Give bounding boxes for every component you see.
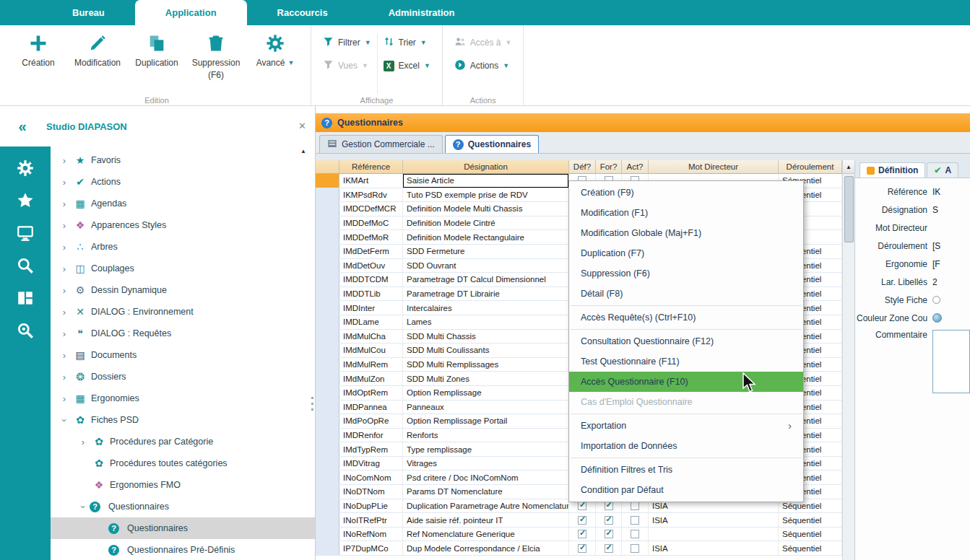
tree-item-apparences-styles[interactable]: ›❖Apparences Styles	[51, 214, 315, 236]
menu-item-detail-f8[interactable]: Détail (F8)	[569, 284, 803, 304]
menu-item-modification-f1[interactable]: Modification (F1)	[569, 203, 803, 223]
tree-item-dialog-environnement[interactable]: ›✕DIALOG : Environnement	[51, 301, 315, 323]
style-fiche-radio[interactable]	[932, 296, 940, 304]
tab-questionnaires[interactable]: ? Questionnaires	[445, 135, 539, 153]
layout-icon[interactable]	[15, 288, 35, 308]
chevron-collapsed-icon[interactable]: ›	[58, 242, 71, 253]
chevron-expanded-icon[interactable]: ›	[78, 500, 89, 513]
chevron-collapsed-icon[interactable]: ›	[77, 437, 90, 447]
tree-item-actions[interactable]: ›✔Actions	[51, 171, 315, 193]
menu-item-condition-par-defaut[interactable]: Condition par Défaut	[569, 480, 803, 500]
header-mot-directeur[interactable]: Mot Directeur	[649, 160, 779, 173]
chevron-collapsed-icon[interactable]: ›	[58, 198, 71, 209]
menu-item-importation-de-donnees[interactable]: Importation de Données	[569, 436, 803, 456]
search-icon[interactable]	[15, 255, 35, 276]
tree-item-agendas[interactable]: ›▦Agendas	[51, 193, 315, 214]
menu-item-definition-filtres-et-tris[interactable]: Définition Filtres et Tris	[569, 460, 803, 480]
menu-tab-administration[interactable]: Administration	[358, 0, 485, 25]
tree-item-questionnaires[interactable]: ?Questionnaires	[51, 517, 315, 539]
menu-item-creation-f9[interactable]: Création (F9)	[569, 183, 803, 203]
duplication-button[interactable]: Duplication	[127, 28, 186, 94]
field-value-reference[interactable]: IK	[932, 187, 940, 197]
tree-scroll-up-icon[interactable]: ▲	[300, 148, 306, 154]
chevron-collapsed-icon[interactable]: ›	[58, 285, 71, 296]
table-row[interactable]: IP7DupMCoDup Modele Correspondance / Elc…	[316, 541, 842, 556]
settings-icon[interactable]	[15, 158, 35, 178]
tree-item-ergonomies[interactable]: ›▦Ergonomies	[51, 388, 315, 409]
field-value-designation[interactable]: S	[932, 205, 938, 215]
chevron-collapsed-icon[interactable]: ›	[58, 328, 71, 339]
field-value-deroulement[interactable]: [S	[932, 241, 940, 251]
tree-item-fiches-psd[interactable]: ›✿Fiches PSD	[51, 409, 315, 431]
chevron-collapsed-icon[interactable]: ›	[58, 350, 71, 361]
checkbox[interactable]	[631, 530, 639, 538]
scroll-up-icon[interactable]: ▲	[843, 160, 855, 174]
excel-button[interactable]: X Excel ▼	[384, 57, 430, 74]
tree-item-dossiers[interactable]: ›❂Dossiers	[51, 366, 315, 388]
tab-secondary[interactable]: ✔ A	[927, 162, 958, 178]
checkbox[interactable]	[578, 516, 586, 525]
actions-button[interactable]: Actions ▼	[454, 57, 512, 74]
checkbox[interactable]	[578, 530, 586, 538]
color-picker-icon[interactable]	[932, 313, 942, 323]
menu-item-suppression-f6[interactable]: Suppression (F6)	[569, 263, 803, 284]
tree-item-questionnaires[interactable]: ›?Questionnaires	[51, 496, 315, 517]
chevron-collapsed-icon[interactable]: ›	[58, 372, 71, 382]
creation-button[interactable]: Création	[9, 28, 68, 94]
field-value-lar-libelles[interactable]: 2	[932, 277, 937, 287]
menu-item-acces-questionnaire-f10[interactable]: Accès Questionnaire (F10)	[569, 372, 803, 392]
chevron-collapsed-icon[interactable]: ›	[58, 155, 71, 166]
header-act[interactable]: Act?	[622, 160, 649, 173]
tree-item-documents[interactable]: ›▤Documents	[51, 344, 315, 366]
chevron-collapsed-icon[interactable]: ›	[58, 263, 71, 274]
modification-button[interactable]: Modification	[68, 28, 127, 94]
menu-item-modification-globale-maj-f1[interactable]: Modification Globale (Maj+F1)	[569, 223, 803, 243]
menu-tab-application[interactable]: Application	[135, 0, 247, 25]
tab-gestion-commerciale[interactable]: Gestion Commerciale ...	[319, 135, 443, 153]
chevron-collapsed-icon[interactable]: ›	[58, 393, 71, 404]
checkbox[interactable]	[631, 502, 639, 510]
commentaire-textarea[interactable]	[932, 330, 970, 393]
checkbox[interactable]	[631, 544, 639, 553]
checkbox[interactable]	[578, 502, 586, 510]
menu-item-consultation-questionnaire-f12[interactable]: Consultation Questionnaire (F12)	[569, 331, 803, 351]
chevron-expanded-icon[interactable]: ›	[59, 414, 70, 426]
header-def[interactable]: Déf?	[569, 160, 596, 173]
menu-item-test-questionnaire-f11[interactable]: Test Questionnaire (F11)	[569, 351, 803, 372]
tab-definition[interactable]: Définition	[859, 162, 925, 178]
chevron-collapsed-icon[interactable]: ›	[58, 177, 71, 188]
close-icon[interactable]: ✕	[298, 121, 306, 131]
splitter-grip[interactable]	[311, 397, 313, 399]
favorites-icon[interactable]	[15, 191, 35, 211]
menu-item-acces-requete-s-ctrl-f10[interactable]: Accès Requête(s) (Ctrl+F10)	[569, 307, 803, 328]
tree-item-dessin-dynamique[interactable]: ›⚙Dessin Dynamique	[51, 279, 315, 301]
checkbox[interactable]	[605, 502, 613, 510]
tree-item-favoris[interactable]: ›★Favoris	[51, 149, 315, 171]
tree-item-procedures-toutes-categories[interactable]: ✿Procédures toutes catégories	[51, 452, 315, 474]
tree-item-dialog-requetes[interactable]: ›❝DIALOG : Requêtes	[51, 323, 315, 344]
menu-item-exportation[interactable]: Exportation›	[569, 416, 803, 436]
field-value-ergonomie[interactable]: [F	[932, 259, 940, 269]
suppression-button[interactable]: Suppression (F6)	[186, 28, 246, 94]
tree-item-procedures-par-categorie[interactable]: ›✿Procédures par Catégorie	[51, 431, 315, 452]
tree-item-arbres[interactable]: ›∴Arbres	[51, 236, 315, 258]
checkbox[interactable]	[631, 516, 639, 525]
menu-tab-raccourcis[interactable]: Raccourcis	[247, 0, 358, 25]
scrollbar-thumb[interactable]	[844, 176, 854, 242]
menu-item-duplication-f7[interactable]: Duplication (F7)	[569, 243, 803, 263]
header-deroulement[interactable]: Déroulement	[779, 160, 842, 173]
collapse-sidebar-icon[interactable]: «	[7, 118, 38, 135]
checkbox[interactable]	[605, 516, 613, 525]
menu-tab-bureau[interactable]: Bureau	[42, 0, 135, 25]
screens-icon[interactable]	[15, 223, 35, 243]
header-for[interactable]: For?	[596, 160, 622, 173]
table-row[interactable]: INoITRefPtrAide saisie réf. pointeur ITI…	[316, 513, 842, 528]
trier-button[interactable]: Trier ▼	[384, 34, 430, 51]
chevron-collapsed-icon[interactable]: ›	[58, 307, 71, 318]
tree-item-couplages[interactable]: ›◫Couplages	[51, 258, 315, 279]
checkbox[interactable]	[605, 544, 613, 553]
checkbox[interactable]	[578, 544, 586, 553]
chevron-collapsed-icon[interactable]: ›	[58, 220, 71, 231]
header-reference[interactable]: Référence	[339, 160, 403, 173]
avance-button[interactable]: Avancé ▼	[246, 28, 305, 94]
